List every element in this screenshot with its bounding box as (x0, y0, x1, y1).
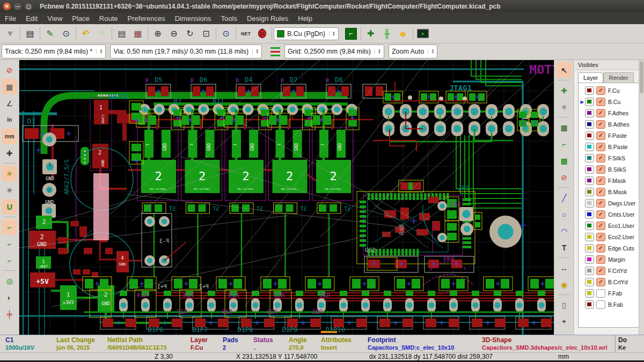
save-button[interactable]: ▼ (2, 26, 18, 42)
auto-delete-tracks-button[interactable]: U (2, 199, 17, 215)
layer-color-swatch[interactable] (585, 176, 594, 185)
page-settings-button[interactable]: ▤ (22, 26, 38, 42)
layer-row-margin[interactable]: ✓Margin (579, 254, 640, 265)
layer-row-f-silks[interactable]: ✓F.SilkS (579, 152, 640, 164)
layer-row-b-adhes[interactable]: ✓B.Adhes (579, 119, 640, 130)
netlist-button[interactable]: NET (238, 26, 254, 42)
layer-row-b-fab[interactable]: B.Fab (579, 299, 640, 310)
footprint-mode-button[interactable]: ✚ (363, 26, 379, 42)
layer-color-swatch[interactable] (585, 244, 594, 253)
layer-color-swatch[interactable] (585, 199, 594, 208)
layer-row-cmts-user[interactable]: ✓Cmts.User (579, 209, 640, 220)
zoom-in-button[interactable]: ⊕ (150, 26, 166, 42)
contrast-layers-mode-button[interactable]: ╪ (2, 306, 17, 322)
add-zone-button[interactable]: ▩ (557, 153, 572, 168)
spinner-icon[interactable]: ▲▼ (329, 31, 335, 36)
layer-color-swatch[interactable] (585, 154, 594, 162)
layer-color-swatch[interactable] (585, 131, 594, 140)
layer-row-eco2-user[interactable]: ✓Eco2.User (579, 231, 640, 242)
add-line-button[interactable]: ╱ (557, 190, 572, 205)
layer-selector[interactable]: B.Cu (PgDn)▲▼ (274, 27, 339, 40)
plot-button[interactable]: ▦ (130, 26, 146, 42)
layer-row-f-cu[interactable]: ✓F.Cu (579, 85, 640, 96)
spinner-icon[interactable]: ▲▼ (96, 49, 103, 54)
layer-visibility-checkbox[interactable]: ✓ (596, 278, 605, 286)
menu-dimensions[interactable]: Dimensions (170, 13, 216, 24)
menu-preferences[interactable]: Preferences (123, 13, 170, 24)
layer-visibility-checkbox[interactable]: ✓ (596, 210, 605, 219)
menu-route[interactable]: Route (94, 13, 123, 24)
layer-row-f-paste[interactable]: ✓F.Paste (579, 130, 640, 141)
vias-sketch-mode-button[interactable]: ◎ (2, 273, 17, 289)
layer-visibility-checkbox[interactable]: ✓ (596, 176, 605, 185)
layer-color-swatch[interactable] (585, 86, 594, 95)
redo-button[interactable]: ↷ (94, 26, 110, 42)
menu-help[interactable]: Help (293, 13, 317, 24)
layer-visibility-checkbox[interactable]: ✓ (596, 120, 605, 129)
grid-select[interactable]: Grid: 0,2500 mm (9,84 mils) ▲▼ (284, 45, 384, 58)
menu-place[interactable]: Place (67, 13, 94, 24)
spinner-icon[interactable]: ▲▼ (428, 49, 434, 54)
layer-visibility-checkbox[interactable]: ✓ (596, 165, 605, 174)
add-footprint-button[interactable]: ▦ (557, 120, 572, 135)
zoom-select[interactable]: Zoom Auto ▲▼ (389, 45, 437, 58)
layer-color-swatch[interactable] (585, 255, 594, 264)
module-ratsnest-button[interactable]: ✳ (2, 182, 17, 198)
select-tool-button[interactable]: ↖ (557, 62, 572, 78)
track-width-select[interactable]: Track: 0,250 mm (9,84 mils) * ▲▼ (2, 45, 106, 58)
highlight-net-button[interactable]: ✚ (557, 83, 572, 98)
add-target-button[interactable]: ◉ (557, 277, 572, 292)
pcb-canvas[interactable]: pD5pD6pD4pD7pD8GND12FDC-(LO-P30L)STGND12… (19, 60, 554, 335)
layer-visibility-checkbox[interactable]: ✓ (596, 199, 605, 208)
layer-visibility-checkbox[interactable]: ✓ (596, 233, 605, 241)
via-size-select[interactable]: Via: 0,50 mm (19,7 mils)/ 0,30 mm (11,8 … (110, 45, 262, 58)
layer-row-edge-cuts[interactable]: ✓Edge.Cuts (579, 242, 640, 254)
ratsnest-visibility-button[interactable]: ✳ (2, 166, 17, 181)
scripting-console-button[interactable]: > (415, 26, 431, 42)
layer-color-swatch[interactable] (585, 109, 594, 117)
add-circle-button[interactable]: ○ (557, 206, 572, 222)
layer-visibility-checkbox[interactable]: ✓ (596, 98, 605, 106)
layer-visibility-checkbox[interactable]: ✓ (596, 221, 605, 230)
route-mode-button[interactable]: ╫ (379, 26, 395, 42)
layer-color-swatch[interactable] (585, 233, 594, 241)
layer-color-swatch[interactable] (585, 300, 594, 309)
layer-color-swatch[interactable] (585, 221, 594, 230)
local-ratsnest-button[interactable]: ✳ (557, 99, 572, 115)
zoom-fit-button[interactable]: ⊡ (198, 26, 214, 42)
layer-row-f-adhes[interactable]: ✓F.Adhes (579, 107, 640, 119)
freeroute-button[interactable]: ◆ (395, 26, 411, 42)
layer-row-b-silks[interactable]: ✓B.SilkS (579, 164, 640, 175)
panel-scrollbar[interactable] (639, 60, 644, 335)
layer-visibility-checkbox[interactable]: ✓ (596, 86, 605, 95)
track-display-button[interactable]: ⌐ (343, 26, 359, 42)
delete-tool-button[interactable]: ▯ (557, 297, 572, 313)
layer-visibility-checkbox[interactable]: ✓ (596, 188, 605, 196)
layer-color-swatch[interactable] (585, 165, 594, 174)
footprint-browser-button[interactable]: ⊙ (58, 26, 74, 42)
tab-layer[interactable]: Layer (578, 72, 604, 83)
pads-sketch-mode-button[interactable]: ⌐ (2, 253, 17, 268)
layer-row-b-crtyd[interactable]: ✓B.CrtYd (579, 276, 640, 287)
grid-visibility-button[interactable]: ▦ (2, 79, 17, 94)
find-button[interactable]: ⊙ (218, 26, 234, 42)
add-text-button[interactable]: T (557, 240, 572, 255)
polar-coords-button[interactable]: ∠ (2, 95, 17, 111)
add-keepout-button[interactable]: ⊘ (557, 169, 572, 185)
drc-button[interactable] (254, 26, 270, 42)
pcb-drawing[interactable]: pD5pD6pD4pD7pD8GND12FDC-(LO-P30L)STGND12… (19, 60, 554, 335)
tab-render[interactable]: Render (603, 72, 633, 83)
layer-row-b-paste[interactable]: ✓B.Paste (579, 141, 640, 152)
minimize-icon[interactable]: — (14, 3, 21, 10)
layer-color-swatch[interactable] (585, 188, 594, 196)
layer-visibility-checkbox[interactable]: ✓ (596, 244, 605, 253)
spinner-icon[interactable]: ▲▼ (375, 49, 381, 54)
layer-row-dwgs-user[interactable]: ✓Dwgs.User (579, 197, 640, 209)
layer-visibility-checkbox[interactable]: ✓ (596, 267, 605, 275)
layer-color-swatch[interactable] (585, 98, 594, 106)
layer-row-f-mask[interactable]: ✓F.Mask (579, 175, 640, 186)
layer-row-f-crtyd[interactable]: ✓F.CrtYd (579, 265, 640, 276)
layer-visibility-checkbox[interactable]: ✓ (596, 109, 605, 117)
layer-visibility-checkbox[interactable]: ✓ (596, 131, 605, 140)
grid-origin-button[interactable]: ⌖ (557, 314, 572, 329)
